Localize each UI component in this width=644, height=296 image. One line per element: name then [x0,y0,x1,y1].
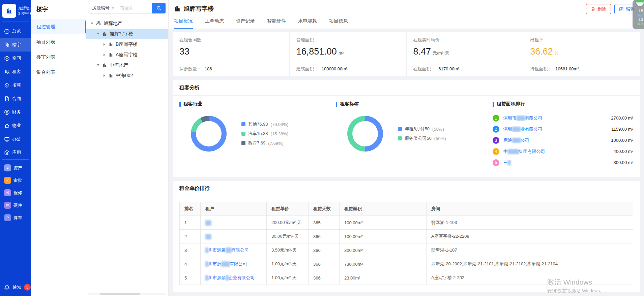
sidebar-item-buildings[interactable]: 楼宇 [0,38,31,52]
main-area: 旭辉写字楼 删除 编辑 项目概况 工单动态 资产记录 智能硬件 水电能耗 项目信… [169,0,644,296]
repair-app-icon: ⚒ [4,189,11,196]
col-rooms: 房间 [427,202,633,216]
notification-count-badge: 3 [24,284,31,291]
tenant-link[interactable]: ██ [201,216,267,230]
search-input[interactable] [117,3,152,13]
company-link[interactable]: 三█ [503,160,610,166]
menu-item-label: 项目列表 [36,39,55,45]
table-row: 2 ██ 30.00元/m²·天 366 100.00m² A座写字楼-22-2… [180,230,633,243]
legend-swatch [398,136,402,140]
finance-icon [4,109,10,115]
sidebar-item-label: 招商 [12,82,21,88]
company-link[interactable]: 深圳市███有限公司 [503,115,607,121]
menu-item-project-list[interactable]: 项目列表 [31,34,86,50]
sidebar-item-label: 租客 [12,69,21,75]
horizontal-scrollbar [88,293,166,295]
collapse-arrow-icon[interactable] [96,33,100,35]
menu-item-label: 集合列表 [36,69,55,75]
leased-area-value: 300.00 m² [613,160,633,165]
table-header-row: 排名 租户 租赁单价 租赁天数 租赁面积 房间 [180,202,633,216]
search-field-select[interactable]: 房源编号 [89,3,117,13]
col-tenant: 租户 [201,202,267,216]
sidebar-item-contracts[interactable]: 合同 [0,92,31,105]
tenant-link[interactable]: █川市源███有限公司 [201,257,267,271]
tab-overview[interactable]: 项目概况 [174,18,193,29]
expand-arrow-icon[interactable] [103,43,106,46]
tree-node-building-b[interactable]: B座写字楼 [86,39,168,50]
building-icon [108,42,113,47]
menu-item-collection-list[interactable]: 集合列表 [31,65,86,80]
sidebar-item-assets[interactable]: ¥ 资产 [0,162,31,174]
collapse-arrow-icon[interactable] [96,64,100,66]
legend-item: 其他76.93(76.93%) [241,121,288,127]
sidebar-item-space[interactable]: 空间 [0,52,31,65]
tree-node-org[interactable]: 旭辉地产 [86,18,168,29]
apps-icon [4,150,10,156]
org-building-count: 3 楼宇 [18,11,29,16]
tenant-industry-section: 租客行业 其他76.93(76.93%) 汽车15.38(15.38%) 教育7… [179,101,336,168]
main-nav: 总览 楼宇 空间 租客 招商 合同 财务 物业 [0,22,31,159]
notifications-button[interactable]: 通知 3 [0,284,31,296]
sidebar-item-tenants[interactable]: 租客 [0,65,31,78]
sidebar-item-hardware[interactable]: ▤ 硬件 [0,199,31,211]
stat-occupancy-rate: 出租率 36.62% [523,32,640,62]
sidebar-item-finance[interactable]: 财务 [0,105,31,119]
section-title: 租客标签 [340,101,359,107]
company-link[interactable]: 启通███公司 [503,137,607,143]
tree-node-building-a[interactable]: A座写字楼 [86,50,168,60]
upload-speed-value: 1.5 [633,9,643,13]
sidebar-item-parking[interactable]: P 停车 [0,211,31,224]
tree-node-zhonghai-002[interactable]: 中海002 [86,70,168,81]
scrollbar-thumb[interactable] [100,293,140,295]
building-icon [108,52,113,57]
building-icon [102,31,107,36]
stat-managed-area: 管理面积 16,851.00m² [290,32,407,62]
org-switcher[interactable]: 旭辉地产 3 楼宇 [0,0,31,22]
tree-node-project-selected[interactable]: 旭辉写字楼 [86,29,168,39]
delete-button[interactable]: 删除 [586,4,611,14]
project-building-icon [174,5,181,12]
org-expand-icon [30,12,32,15]
menu-item-building-list[interactable]: 楼宇列表 [31,50,86,65]
company-link[interactable]: 中████集团有限公司 [503,149,610,155]
sidebar-item-property[interactable]: 物业 [0,119,31,132]
stat-gross-area: 建筑面积：100000.00m² [290,62,407,76]
edit-icon [619,7,624,11]
search-button[interactable] [152,3,166,13]
tab-utilities[interactable]: 水电能耗 [298,18,317,29]
sidebar-item-label: 审批 [13,177,22,184]
approval-app-icon: ✓ [4,177,11,184]
tenant-link[interactable]: █川市源聚██有限公司 [201,243,267,257]
card-title: 租金单价排行 [173,181,640,196]
tab-project-info[interactable]: 项目信息 [329,18,348,29]
sidebar-item-label: 总览 [12,28,21,34]
search-icon [156,6,162,11]
expand-arrow-icon[interactable] [103,74,106,77]
building-icon [108,73,113,78]
tenant-link[interactable]: █川市源聚█企业有限公司 [201,271,267,285]
tab-smart-hardware[interactable]: 智能硬件 [267,18,286,29]
net-speed-widget[interactable]: 1.5 ↑K/s 1.3 ↓K/s [633,0,644,29]
menu-item-rent-control[interactable]: 租控管理 [31,19,86,34]
tab-assets[interactable]: 资产记录 [236,18,255,29]
sidebar-item-repair[interactable]: ⚒ 报修 [0,187,31,199]
section-title: 租赁面积排行 [497,101,525,107]
sidebar-item-office[interactable]: 办公 [0,132,31,146]
stats-card: 在租合同数 33 管理面积 16,851.00m² 在租实时均价 8.47元/m… [173,32,640,76]
section-marker [336,102,337,107]
tenant-link[interactable]: ██ [201,230,267,243]
net-float-ball[interactable] [636,0,644,6]
rank-badge: 5 [493,159,499,166]
tree-node-org-zhonghai[interactable]: 中海地产 [86,60,168,70]
tab-workorders[interactable]: 工单动态 [205,18,224,29]
sidebar-item-overview[interactable]: 总览 [0,25,31,38]
collapse-arrow-icon[interactable] [90,23,94,24]
sidebar-item-investment[interactable]: 招商 [0,78,31,92]
sidebar-item-apps[interactable]: 应用 [0,146,31,159]
delete-label: 删除 [597,6,606,12]
sidebar-item-approval[interactable]: ✓ 审批 [0,174,31,187]
card-title: 租客分析 [173,80,640,96]
company-link[interactable]: 深圳███业有限公司 [503,126,607,132]
expand-arrow-icon[interactable] [103,54,106,56]
property-icon [4,123,10,129]
